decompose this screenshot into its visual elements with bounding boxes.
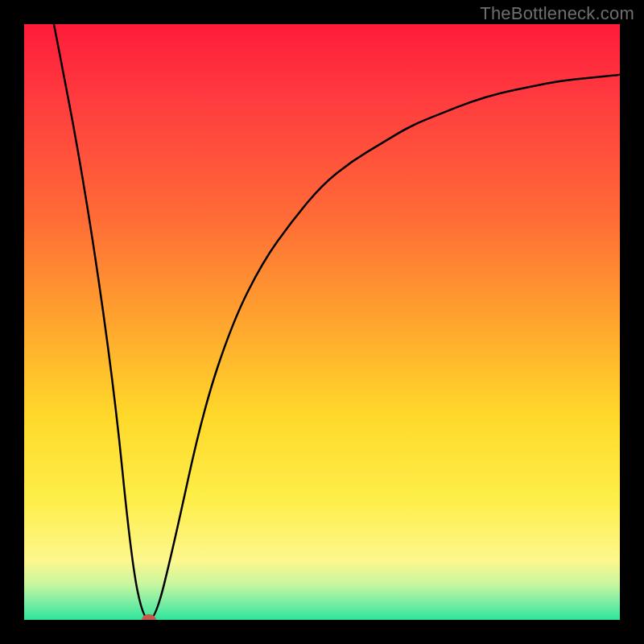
chart-container: TheBottleneck.com <box>0 0 644 644</box>
plot-area <box>24 24 620 620</box>
bottleneck-point-marker <box>142 614 156 620</box>
gradient-background <box>24 24 620 620</box>
watermark-text: TheBottleneck.com <box>480 3 634 24</box>
